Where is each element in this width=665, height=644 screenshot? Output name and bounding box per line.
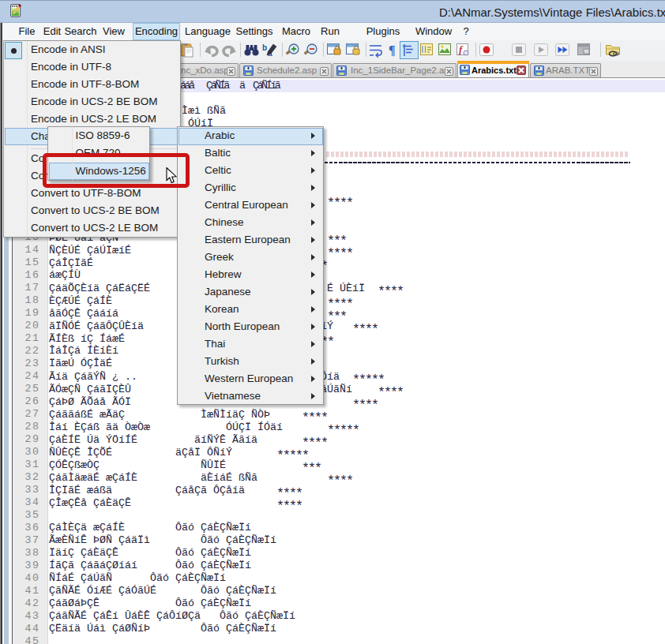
svg-text:¶: ¶ [389, 43, 396, 57]
svg-text:b: b [262, 43, 267, 52]
